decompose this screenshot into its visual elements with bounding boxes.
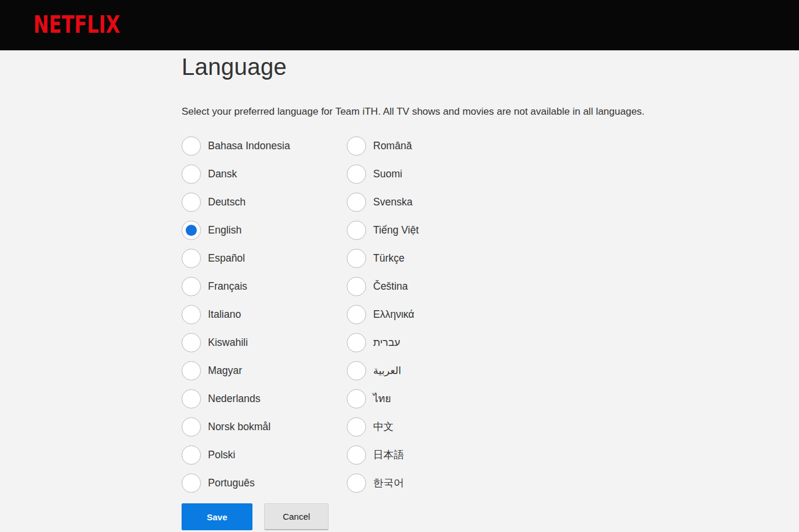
- language-option[interactable]: 한국어: [347, 469, 419, 497]
- language-label[interactable]: العربية: [373, 365, 401, 377]
- language-label[interactable]: Italiano: [208, 308, 241, 321]
- radio-button[interactable]: [182, 361, 201, 380]
- radio-button[interactable]: [182, 164, 201, 184]
- radio-button[interactable]: [347, 445, 366, 465]
- language-option[interactable]: עברית: [347, 328, 419, 356]
- language-option[interactable]: Norsk bokmål: [182, 413, 347, 441]
- language-label[interactable]: 日本語: [373, 448, 404, 462]
- language-label[interactable]: Dansk: [208, 168, 237, 180]
- language-label[interactable]: Bahasa Indonesia: [208, 140, 290, 152]
- language-option[interactable]: العربية: [347, 356, 419, 385]
- language-option[interactable]: Čeština: [347, 272, 419, 300]
- language-option[interactable]: Svenska: [347, 188, 419, 216]
- language-label[interactable]: Nederlands: [208, 393, 261, 405]
- language-column-left: Bahasa IndonesiaDanskDeutschEnglishEspañ…: [182, 132, 347, 497]
- language-option[interactable]: Ελληνικά: [347, 300, 419, 328]
- language-label[interactable]: Čeština: [373, 280, 408, 293]
- language-option[interactable]: Türkçe: [347, 244, 419, 272]
- language-label[interactable]: 中文: [373, 420, 394, 434]
- language-option[interactable]: 日本語: [347, 441, 419, 469]
- language-label[interactable]: Română: [373, 140, 412, 152]
- language-label[interactable]: Polski: [208, 449, 235, 461]
- language-label[interactable]: Norsk bokmål: [208, 421, 271, 433]
- language-option[interactable]: Français: [182, 272, 347, 300]
- radio-button[interactable]: [347, 333, 366, 352]
- radio-button[interactable]: [182, 473, 201, 493]
- language-label[interactable]: Deutsch: [208, 196, 245, 208]
- radio-button[interactable]: [347, 361, 366, 380]
- language-label[interactable]: Français: [208, 280, 247, 293]
- radio-button[interactable]: [347, 221, 366, 240]
- radio-button[interactable]: [182, 305, 201, 324]
- page-title: Language: [182, 50, 776, 80]
- language-option[interactable]: Bahasa Indonesia: [182, 132, 347, 160]
- radio-button[interactable]: [347, 277, 366, 296]
- language-option[interactable]: Español: [182, 244, 347, 272]
- language-options-list: Bahasa IndonesiaDanskDeutschEnglishEspañ…: [182, 132, 776, 497]
- cancel-button[interactable]: Cancel: [264, 503, 329, 530]
- language-option[interactable]: Polski: [182, 441, 347, 469]
- radio-button-selected[interactable]: [182, 221, 201, 240]
- radio-button[interactable]: [347, 305, 366, 324]
- radio-button[interactable]: [347, 417, 366, 437]
- language-option[interactable]: ไทย: [347, 385, 419, 413]
- radio-button[interactable]: [182, 136, 201, 156]
- language-label[interactable]: Kiswahili: [208, 337, 248, 349]
- form-actions: Save Cancel: [182, 503, 776, 530]
- page-subtitle: Select your preferred language for Team …: [182, 105, 776, 118]
- language-option[interactable]: Kiswahili: [182, 328, 347, 356]
- language-option[interactable]: Italiano: [182, 300, 347, 328]
- save-button[interactable]: Save: [182, 503, 252, 530]
- language-label[interactable]: ไทย: [373, 390, 391, 407]
- radio-button[interactable]: [182, 417, 201, 437]
- language-option[interactable]: Português: [182, 469, 347, 497]
- language-label[interactable]: Türkçe: [373, 252, 404, 265]
- radio-button[interactable]: [182, 333, 201, 352]
- language-label[interactable]: Tiếng Việt: [373, 224, 419, 236]
- language-option[interactable]: 中文: [347, 413, 419, 441]
- language-option[interactable]: Tiếng Việt: [347, 216, 419, 244]
- netflix-logo-icon: NETFLIX: [33, 11, 121, 37]
- radio-button[interactable]: [347, 164, 366, 184]
- radio-button[interactable]: [182, 249, 201, 268]
- language-label[interactable]: Português: [208, 477, 255, 489]
- language-label[interactable]: Suomi: [373, 168, 402, 180]
- language-option[interactable]: Deutsch: [182, 188, 347, 216]
- language-option[interactable]: Română: [347, 132, 419, 160]
- language-option[interactable]: Dansk: [182, 160, 347, 188]
- language-option[interactable]: English: [182, 216, 347, 244]
- language-label[interactable]: 한국어: [373, 476, 404, 490]
- radio-button[interactable]: [347, 473, 366, 493]
- radio-button[interactable]: [347, 136, 366, 156]
- radio-button[interactable]: [182, 389, 201, 409]
- language-label[interactable]: עברית: [373, 337, 400, 349]
- language-label[interactable]: English: [208, 224, 241, 236]
- radio-button[interactable]: [182, 193, 201, 212]
- language-settings-page: Language Select your preferred language …: [0, 50, 799, 530]
- radio-button[interactable]: [182, 277, 201, 296]
- language-option[interactable]: Magyar: [182, 356, 347, 385]
- radio-button[interactable]: [347, 389, 366, 409]
- language-label[interactable]: Ελληνικά: [373, 308, 414, 321]
- radio-button[interactable]: [347, 249, 366, 268]
- language-option[interactable]: Suomi: [347, 160, 419, 188]
- language-option[interactable]: Nederlands: [182, 385, 347, 413]
- language-label[interactable]: Español: [208, 252, 245, 265]
- netflix-logo[interactable]: NETFLIX: [33, 11, 121, 37]
- netflix-logo-text: NETFLIX: [33, 11, 120, 37]
- language-label[interactable]: Svenska: [373, 196, 412, 208]
- language-label[interactable]: Magyar: [208, 365, 242, 377]
- language-column-right: RomânăSuomiSvenskaTiếng ViệtTürkçeČeštin…: [347, 132, 419, 497]
- top-nav: NETFLIX: [0, 0, 799, 50]
- radio-button[interactable]: [347, 193, 366, 212]
- radio-button[interactable]: [182, 445, 201, 465]
